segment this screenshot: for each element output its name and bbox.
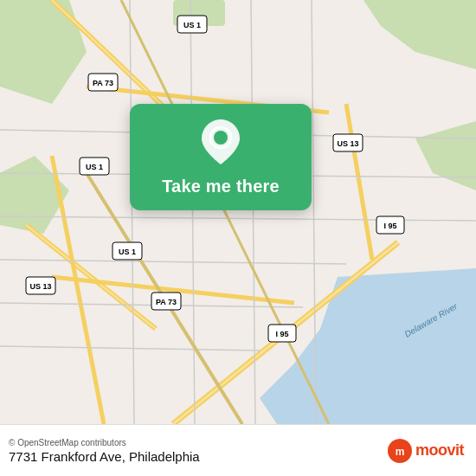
location-card[interactable]: Take me there [130, 104, 312, 210]
svg-text:US 1: US 1 [119, 248, 136, 256]
svg-text:US 1: US 1 [86, 163, 103, 171]
svg-text:PA 73: PA 73 [93, 79, 113, 87]
footer-address-section: © OpenStreetMap contributors 7731 Frankf… [9, 438, 200, 464]
svg-text:I 95: I 95 [275, 330, 288, 338]
map-area: US 1 US 1 US 1 PA 73 PA 73 US 13 US 13 I… [0, 0, 476, 424]
svg-text:I 95: I 95 [383, 222, 396, 230]
svg-text:US 1: US 1 [183, 21, 201, 29]
location-pin-icon [202, 119, 240, 168]
take-me-there-button[interactable]: Take me there [162, 177, 280, 196]
map-svg: US 1 US 1 US 1 PA 73 PA 73 US 13 US 13 I… [0, 0, 476, 424]
moovit-icon: m [388, 439, 412, 463]
address-text: 7731 Frankford Ave, Philadelphia [9, 449, 200, 464]
svg-text:m: m [396, 446, 405, 458]
osm-credit-text: © OpenStreetMap contributors [9, 438, 200, 447]
footer-bar: © OpenStreetMap contributors 7731 Frankf… [0, 424, 476, 476]
svg-text:US 13: US 13 [337, 139, 358, 148]
svg-text:PA 73: PA 73 [156, 298, 177, 306]
moovit-text: moovit [415, 441, 464, 460]
svg-text:US 13: US 13 [29, 282, 51, 291]
moovit-logo: m moovit [388, 439, 464, 463]
svg-point-48 [214, 131, 228, 145]
